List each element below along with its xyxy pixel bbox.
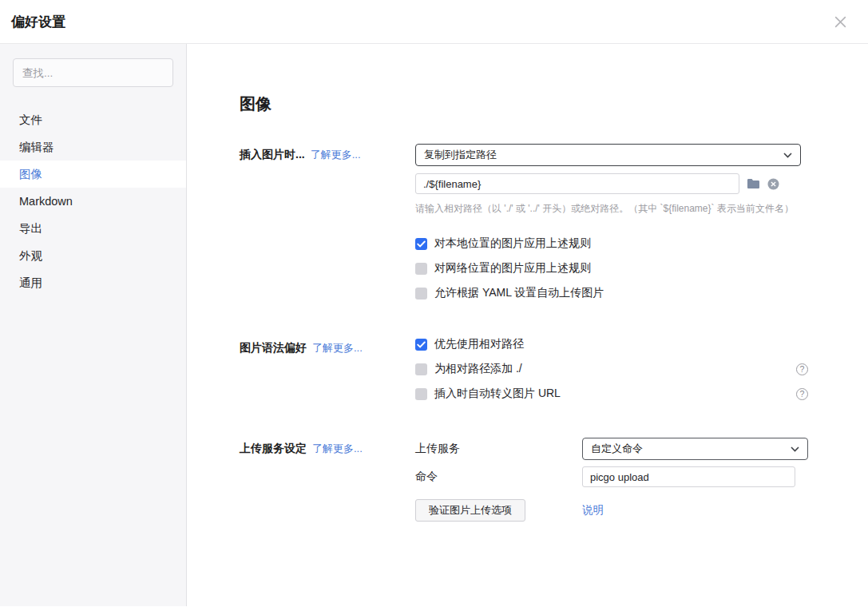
checkbox-box[interactable]	[415, 363, 427, 375]
checkbox-label: 插入时自动转义图片 URL	[434, 387, 561, 401]
section-insert-image: 插入图片时...了解更多... 复制到指定路径 请输入相对路径（以 './' 或	[240, 144, 820, 300]
checkmark-icon	[417, 240, 426, 248]
section-insert-header: 插入图片时...了解更多...	[240, 144, 415, 300]
command-label: 命令	[415, 470, 582, 484]
titlebar: 偏好设置	[0, 0, 868, 44]
checkbox-box[interactable]	[415, 263, 427, 275]
section-syntax-header: 图片语法偏好了解更多...	[240, 337, 415, 401]
image-path-row	[415, 173, 808, 194]
help-icon[interactable]: ?	[796, 363, 808, 375]
sidebar-item-editor[interactable]: 编辑器	[0, 133, 186, 161]
syntax-checkbox-group: 优先使用相对路径 为相对路径添加 ./ ? 插入时自动转义图片 URL	[415, 337, 808, 401]
checkbox-label: 对网络位置的图片应用上述规则	[434, 261, 591, 276]
close-icon[interactable]	[830, 12, 850, 32]
checkbox-label: 允许根据 YAML 设置自动上传图片	[434, 286, 604, 300]
validate-button-slot: 验证图片上传选项	[415, 499, 582, 522]
checkmark-icon	[417, 341, 426, 348]
search-input[interactable]	[13, 58, 173, 87]
checkbox-label: 对本地位置的图片应用上述规则	[434, 236, 591, 251]
learn-more-link[interactable]: 了解更多...	[312, 342, 363, 354]
section-upload-service: 上传服务设定了解更多... 上传服务 自定义命令 命令 验证图片上传选项	[240, 438, 820, 527]
sidebar-item-markdown[interactable]: Markdown	[0, 188, 186, 215]
note-link[interactable]: 说明	[582, 503, 604, 518]
image-path-input[interactable]	[415, 173, 739, 194]
help-icon[interactable]: ?	[796, 388, 808, 400]
checkbox-yaml-auto-upload[interactable]: 允许根据 YAML 设置自动上传图片	[415, 286, 808, 300]
section-label: 上传服务设定	[240, 442, 307, 454]
section-upload-header: 上传服务设定了解更多...	[240, 438, 415, 527]
select-value: 复制到指定路径	[424, 148, 497, 162]
sidebar-item-export[interactable]: 导出	[0, 215, 186, 242]
section-image-syntax: 图片语法偏好了解更多... 优先使用相对路径 为相对路径添加 ./	[240, 337, 820, 401]
checkbox-box[interactable]	[415, 339, 427, 351]
insert-action-select[interactable]: 复制到指定路径	[415, 144, 801, 166]
learn-more-link[interactable]: 了解更多...	[312, 442, 363, 454]
checkbox-add-dot-slash[interactable]: 为相对路径添加 ./ ?	[415, 362, 808, 376]
sidebar-item-image[interactable]: 图像	[0, 161, 186, 188]
insert-checkbox-group: 对本地位置的图片应用上述规则 对网络位置的图片应用上述规则 允许根据 YAML …	[415, 236, 808, 300]
upload-service-label: 上传服务	[415, 442, 582, 456]
folder-icon[interactable]	[747, 178, 760, 189]
sidebar: 文件 编辑器 图像 Markdown 导出 外观 通用	[0, 44, 187, 606]
section-insert-controls: 复制到指定路径 请输入相对路径（以 './' 或 '../' 开头）或绝对路径。…	[415, 144, 808, 300]
upload-actions-row: 验证图片上传选项 说明	[415, 499, 808, 522]
checkbox-prefer-relative-path[interactable]: 优先使用相对路径	[415, 337, 808, 351]
checkbox-apply-web-images[interactable]: 对网络位置的图片应用上述规则	[415, 261, 808, 276]
section-upload-controls: 上传服务 自定义命令 命令 验证图片上传选项 说明	[415, 438, 808, 527]
checkbox-escape-image-url[interactable]: 插入时自动转义图片 URL ?	[415, 387, 808, 401]
section-label: 插入图片时...	[240, 148, 305, 161]
upload-service-row: 上传服务 自定义命令	[415, 438, 808, 460]
section-label: 图片语法偏好	[240, 341, 307, 354]
checkbox-label: 为相对路径添加 ./	[434, 362, 522, 376]
sidebar-nav: 文件 编辑器 图像 Markdown 导出 外观 通用	[0, 106, 186, 296]
path-hint: 请输入相对路径（以 './' 或 '../' 开头）或绝对路径。（其中 `${f…	[415, 202, 808, 216]
validate-upload-button[interactable]: 验证图片上传选项	[415, 499, 525, 522]
checkbox-apply-local-images[interactable]: 对本地位置的图片应用上述规则	[415, 236, 808, 251]
sidebar-search-wrap	[0, 58, 186, 87]
window-title: 偏好设置	[11, 13, 65, 31]
learn-more-link[interactable]: 了解更多...	[311, 149, 361, 161]
image-settings-panel: 图像 插入图片时...了解更多... 复制到指定路径	[187, 44, 868, 606]
preferences-window: 文件 编辑器 图像 Markdown 导出 外观 通用 图像 插入图片时...了…	[0, 44, 868, 606]
upload-service-select[interactable]: 自定义命令	[582, 438, 808, 460]
chevron-down-icon	[783, 153, 792, 158]
upload-command-row: 命令	[415, 466, 808, 488]
checkbox-label: 优先使用相对路径	[434, 337, 524, 351]
checkbox-box[interactable]	[415, 238, 427, 250]
chevron-down-icon	[791, 446, 799, 452]
page-title: 图像	[240, 93, 820, 115]
checkbox-box[interactable]	[415, 288, 427, 300]
sidebar-item-appearance[interactable]: 外观	[0, 242, 186, 269]
checkbox-box[interactable]	[415, 388, 427, 400]
select-value: 自定义命令	[591, 442, 643, 456]
command-input[interactable]	[582, 466, 795, 487]
section-syntax-controls: 优先使用相对路径 为相对路径添加 ./ ? 插入时自动转义图片 URL	[415, 337, 808, 401]
sidebar-item-file[interactable]: 文件	[0, 106, 186, 133]
clear-icon[interactable]	[767, 178, 779, 190]
sidebar-item-general[interactable]: 通用	[0, 269, 186, 296]
